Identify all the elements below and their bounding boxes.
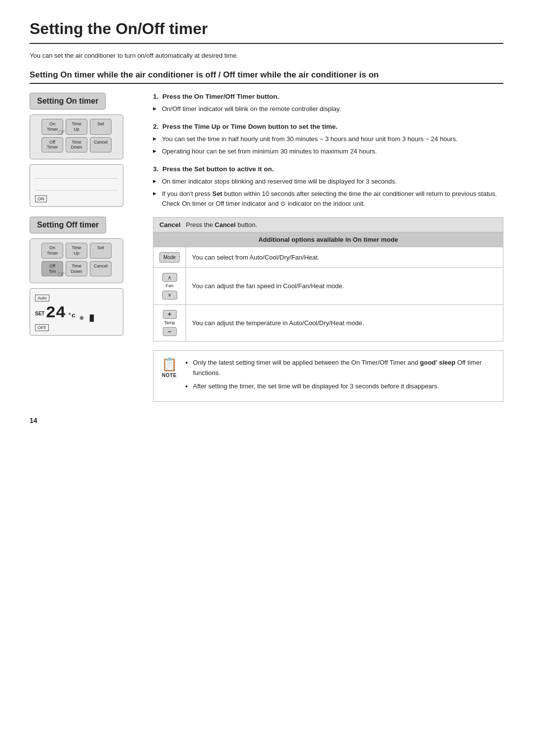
set-text: SET — [35, 311, 44, 316]
temp-icon-cell: + Temp − — [153, 304, 186, 341]
mode-button[interactable]: Mode — [159, 252, 180, 263]
temp-plus-button[interactable]: + — [163, 310, 177, 319]
time-up-key[interactable]: Time Up — [66, 119, 87, 135]
step-1-bullet-1: On/Off timer indicator will blink on the… — [153, 104, 503, 114]
right-column: 1. Press the On Timer/Off Timer button. … — [153, 93, 503, 402]
off-timer-key[interactable]: Off Timer — [41, 137, 63, 153]
page-title: Setting the On/Off timer — [30, 20, 503, 44]
note-bullet-2: After setting the timer, the set time wi… — [193, 381, 495, 392]
step-1: 1. Press the On Timer/Off Timer button. … — [153, 93, 503, 114]
off-off-timer-key[interactable]: Off Tim ☞ — [41, 261, 63, 277]
off-time-up-key[interactable]: Time Up — [66, 243, 87, 259]
keypad-off-row-1: On Timer Time Up Set — [34, 243, 119, 259]
keypad-off-row-2: Off Tim ☞ Time Down Cancel — [34, 261, 119, 277]
step-1-num: 1. — [153, 93, 158, 100]
step-1-bullets: On/Off timer indicator will blink on the… — [153, 104, 503, 114]
fan-button-group: ∧ Fan ∨ — [159, 273, 180, 300]
cancel-label: Cancel — [159, 221, 181, 228]
fan-down-button[interactable]: ∨ — [162, 291, 177, 300]
main-layout: Setting On timer On Timer ☞ Time Up Set — [30, 93, 503, 402]
step-3-num: 3. — [153, 165, 158, 173]
table-row-temp: + Temp − You can adjust the temperature … — [153, 304, 503, 341]
temp-description: You can adjust the temperature in Auto/C… — [186, 304, 503, 341]
temp-label: Temp — [164, 320, 175, 327]
display-line-2 — [35, 182, 118, 190]
note-label: NOTE — [162, 372, 177, 379]
note-box: 📋 NOTE Only the latest setting timer wil… — [153, 350, 503, 402]
step-2-title: 2. Press the Time Up or Time Down button… — [153, 123, 503, 130]
off-time-down-key[interactable]: Time Down — [66, 261, 87, 277]
off-on-timer-key[interactable]: On Timer — [41, 243, 63, 259]
auto-badge: Auto — [35, 295, 49, 302]
setting-off-timer-label: Setting Off timer — [30, 217, 106, 233]
section-heading: Setting On timer while the air condition… — [30, 70, 503, 84]
finger-icon-off: ☞ — [58, 269, 66, 280]
page-number: 14 — [30, 416, 503, 424]
step-2-bullets: You can set the time in half hourly unit… — [153, 134, 503, 156]
note-content: Only the latest setting timer will be ap… — [184, 358, 495, 394]
step-3-bullet-1: On timer indicator stops blinking and re… — [153, 177, 503, 187]
set-label-row: SET 24 °c ❄ ▐▌ — [35, 303, 118, 323]
finger-icon-on: ☞ — [58, 127, 66, 138]
step-2: 2. Press the Time Up or Time Down button… — [153, 123, 503, 156]
off-timer-keypad: On Timer Time Up Set Off Tim ☞ Tim — [30, 238, 123, 283]
note-icon: 📋 — [161, 358, 177, 371]
step-3: 3. Press the Set button to active it on.… — [153, 165, 503, 209]
on-timer-keypad: On Timer ☞ Time Up Set Off Timer T — [30, 114, 123, 159]
step-1-title: 1. Press the On Timer/Off Timer button. — [153, 93, 503, 100]
time-down-key[interactable]: Time Down — [66, 137, 87, 153]
step-3-text: Press the Set button to active it on. — [162, 165, 274, 173]
temp-display: 24 °c ❄ ▐▌ — [45, 303, 96, 322]
note-bullet-1: Only the latest setting timer will be ap… — [193, 358, 495, 378]
temp-button-group: + Temp − — [159, 310, 180, 337]
step-3-bullet-2: If you don't press Set button within 10 … — [153, 189, 503, 208]
fan-description: You can adjust the fan speed in Cool/Fan… — [186, 268, 503, 305]
off-badge: OFF — [35, 324, 49, 331]
temp-value: 24 — [45, 303, 66, 322]
table-row-mode: Mode You can select from Auto/Cool/Dry/F… — [153, 247, 503, 268]
fan-icon-cell: ∧ Fan ∨ — [153, 268, 186, 305]
table-row-fan: ∧ Fan ∨ You can adjust the fan speed in … — [153, 268, 503, 305]
step-2-text: Press the Time Up or Time Down button to… — [162, 123, 338, 130]
on-badge: ON — [35, 195, 47, 202]
temp-minus-button[interactable]: − — [163, 327, 177, 336]
setting-on-timer-label: Setting On timer — [30, 93, 106, 110]
deg-symbol: °c — [68, 312, 76, 319]
options-table: Additional options available in On timer… — [153, 232, 503, 341]
off-cancel-key[interactable]: Cancel — [90, 261, 112, 277]
on-timer-key[interactable]: On Timer ☞ — [41, 119, 63, 135]
set-key[interactable]: Set — [90, 119, 112, 135]
display-line-1 — [35, 170, 118, 179]
fan-label: Fan — [166, 283, 174, 290]
off-timer-display: Auto SET 24 °c ❄ ▐▌ OFF — [30, 288, 123, 336]
mode-description: You can select from Auto/Cool/Dry/Fan/He… — [186, 247, 503, 268]
options-table-header: Additional options available in On timer… — [153, 232, 503, 247]
left-column: Setting On timer On Timer ☞ Time Up Set — [30, 93, 138, 345]
fan-up-button[interactable]: ∧ — [162, 273, 177, 282]
keypad-row-2: Off Timer Time Down Cancel — [34, 137, 119, 153]
step-2-bullet-2: Operating hour can be set from minimum 3… — [153, 147, 503, 156]
step-1-text: Press the On Timer/Off Timer button. — [162, 93, 279, 100]
note-icon-area: 📋 NOTE — [161, 358, 177, 379]
fan-icon: ❄ ▐▌ — [79, 314, 96, 322]
mode-icon-cell: Mode — [153, 247, 186, 268]
step-2-num: 2. — [153, 123, 158, 130]
keypad-row-1: On Timer ☞ Time Up Set — [34, 119, 119, 135]
off-set-key[interactable]: Set — [90, 243, 112, 259]
step-3-bullets: On timer indicator stops blinking and re… — [153, 177, 503, 209]
step-2-bullet-1: You can set the time in half hourly unit… — [153, 134, 503, 144]
step-3-title: 3. Press the Set button to active it on. — [153, 165, 503, 173]
cancel-key[interactable]: Cancel — [90, 137, 112, 153]
page-subtitle: You can set the air conditioner to turn … — [30, 52, 503, 59]
on-timer-display: ON — [30, 164, 123, 207]
cancel-row: Cancel Press the Cancel button. — [153, 217, 503, 232]
